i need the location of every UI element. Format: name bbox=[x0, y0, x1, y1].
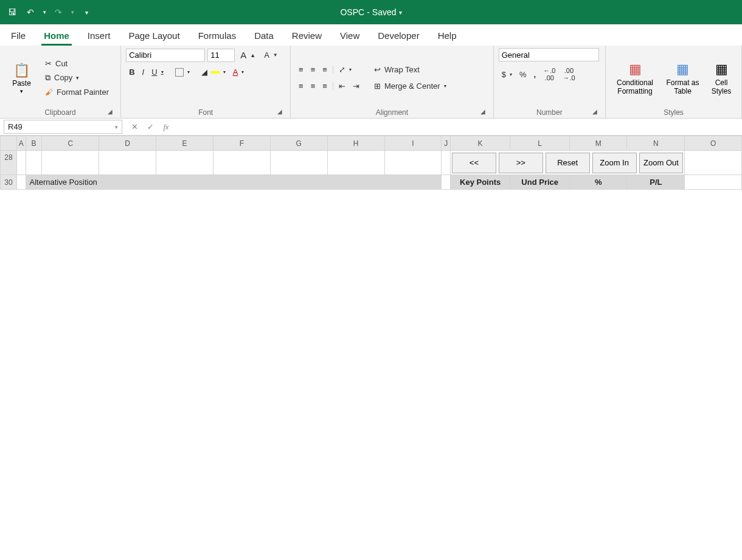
cond-format-icon: ▦ bbox=[625, 60, 645, 79]
row-header-28[interactable]: 28 bbox=[1, 151, 17, 175]
col-header-H[interactable]: H bbox=[327, 136, 384, 151]
decrease-font-button[interactable]: A▼ bbox=[261, 49, 281, 61]
row-header-30[interactable]: 30 bbox=[1, 175, 17, 190]
number-launcher[interactable]: ◢ bbox=[591, 108, 599, 117]
fill-color-button[interactable]: ◢▾ bbox=[198, 66, 229, 78]
select-all-corner[interactable] bbox=[1, 136, 17, 151]
undo-menu[interactable]: ▾ bbox=[40, 4, 49, 21]
underline-button[interactable]: U▾ bbox=[148, 66, 166, 78]
italic-button[interactable]: I bbox=[139, 66, 148, 78]
accounting-format-button[interactable]: $▾ bbox=[499, 65, 515, 83]
document-title: OSPC-Saved▾ bbox=[340, 7, 401, 17]
cancel-formula-button[interactable]: ✕ bbox=[127, 120, 142, 134]
redo-button[interactable]: ↷ bbox=[50, 4, 67, 21]
tab-developer[interactable]: Developer bbox=[375, 27, 421, 46]
align-middle-button[interactable]: ≡ bbox=[308, 63, 319, 76]
tab-file[interactable]: File bbox=[9, 27, 28, 46]
col-header-E[interactable]: E bbox=[156, 136, 213, 151]
col-header-M[interactable]: M bbox=[570, 136, 627, 151]
formula-input[interactable] bbox=[176, 119, 742, 135]
bold-button[interactable]: B bbox=[126, 66, 137, 78]
tab-home[interactable]: Home bbox=[41, 27, 72, 46]
name-box[interactable]: R49▾ bbox=[4, 120, 122, 134]
insert-function-button[interactable]: fx bbox=[159, 120, 173, 134]
tab-page-layout[interactable]: Page Layout bbox=[126, 27, 182, 46]
tab-help[interactable]: Help bbox=[435, 27, 459, 46]
alignment-group-label: Alignment◢ bbox=[296, 107, 488, 118]
clipboard-launcher[interactable]: ◢ bbox=[106, 108, 114, 117]
col-header-D[interactable]: D bbox=[99, 136, 156, 151]
tab-formulas[interactable]: Formulas bbox=[196, 27, 239, 46]
kp2-header-2: % bbox=[570, 175, 627, 190]
nav-button-1[interactable]: >> bbox=[499, 153, 543, 173]
paste-button[interactable]: 📋 Paste▾ bbox=[5, 48, 38, 107]
format-painter-button[interactable]: 🖌Format Painter bbox=[42, 86, 112, 99]
conditional-formatting-button[interactable]: ▦Conditional Formatting bbox=[611, 48, 659, 107]
align-right-button[interactable]: ≡ bbox=[319, 80, 330, 92]
wrap-text-button[interactable]: ↩Wrap Text bbox=[371, 63, 449, 76]
nav-button-2[interactable]: Reset bbox=[546, 153, 590, 173]
col-header-J[interactable]: J bbox=[442, 136, 451, 151]
quick-access-toolbar: 🖫 ↶ ▾ ↷ ▾ ▾ bbox=[4, 4, 95, 21]
align-center-button[interactable]: ≡ bbox=[308, 80, 319, 92]
number-format-combo[interactable] bbox=[499, 48, 599, 61]
decrease-decimal-button[interactable]: .00→.0 bbox=[560, 65, 578, 83]
clipboard-group-label: Clipboard◢ bbox=[5, 107, 116, 118]
tab-data[interactable]: Data bbox=[252, 27, 276, 46]
col-header-L[interactable]: L bbox=[510, 136, 570, 151]
merge-center-button[interactable]: ⊞Merge & Center▾ bbox=[371, 80, 449, 92]
nav-button-3[interactable]: Zoom In bbox=[592, 153, 637, 173]
cell-styles-button[interactable]: ▦Cell Styles bbox=[706, 48, 737, 107]
alignment-launcher[interactable]: ◢ bbox=[479, 108, 487, 117]
col-header-N[interactable]: N bbox=[627, 136, 685, 151]
decrease-indent-button[interactable]: ⇤ bbox=[336, 80, 348, 92]
increase-indent-button[interactable]: ⇥ bbox=[350, 80, 362, 92]
col-header-I[interactable]: I bbox=[384, 136, 442, 151]
scissors-icon: ✂ bbox=[45, 59, 52, 68]
percent-format-button[interactable]: % bbox=[516, 65, 530, 83]
save-button[interactable]: 🖫 bbox=[4, 4, 21, 21]
font-color-button[interactable]: A▾ bbox=[230, 66, 248, 78]
font-launcher[interactable]: ◢ bbox=[276, 108, 284, 117]
comma-format-button[interactable]: , bbox=[531, 65, 539, 83]
tab-review[interactable]: Review bbox=[290, 27, 324, 46]
nav-button-4[interactable]: Zoom Out bbox=[639, 153, 684, 173]
alternative-position-label: Alternative Position bbox=[26, 175, 442, 190]
orientation-button[interactable]: ⤢▾ bbox=[336, 63, 355, 76]
align-left-button[interactable]: ≡ bbox=[296, 80, 307, 92]
styles-group-label: Styles bbox=[611, 107, 737, 118]
increase-decimal-button[interactable]: ←.0.00 bbox=[540, 65, 558, 83]
copy-icon: ⧉ bbox=[45, 73, 50, 83]
tab-insert[interactable]: Insert bbox=[85, 27, 113, 46]
col-header-A[interactable]: A bbox=[17, 136, 26, 151]
enter-formula-button[interactable]: ✓ bbox=[143, 120, 158, 134]
font-name-combo[interactable] bbox=[126, 49, 205, 62]
copy-button[interactable]: ⧉Copy▾ bbox=[42, 71, 112, 85]
font-group-label: Font◢ bbox=[126, 107, 285, 118]
tab-view[interactable]: View bbox=[338, 27, 362, 46]
align-bottom-button[interactable]: ≡ bbox=[319, 63, 330, 76]
redo-menu[interactable]: ▾ bbox=[68, 4, 77, 21]
borders-button[interactable]: ▾ bbox=[172, 66, 193, 78]
qat-customize[interactable]: ▾ bbox=[78, 4, 95, 21]
align-top-button[interactable]: ≡ bbox=[296, 63, 307, 76]
col-header-G[interactable]: G bbox=[270, 136, 327, 151]
nav-button-0[interactable]: << bbox=[452, 153, 496, 173]
kp2-header-1: Und Price bbox=[510, 175, 570, 190]
col-header-O[interactable]: O bbox=[685, 136, 742, 151]
ribbon-tabs: File Home Insert Page Layout Formulas Da… bbox=[0, 24, 742, 46]
cut-button[interactable]: ✂Cut bbox=[42, 57, 112, 70]
increase-font-button[interactable]: A▲ bbox=[237, 48, 258, 62]
font-size-combo[interactable] bbox=[207, 49, 235, 62]
col-header-C[interactable]: C bbox=[42, 136, 99, 151]
col-header-B[interactable]: B bbox=[26, 136, 42, 151]
col-header-F[interactable]: F bbox=[213, 136, 270, 151]
table-icon: ▦ bbox=[673, 60, 693, 79]
brush-icon: 🖌 bbox=[45, 88, 53, 97]
cell-styles-icon: ▦ bbox=[712, 60, 731, 79]
col-header-K[interactable]: K bbox=[450, 136, 510, 151]
undo-button[interactable]: ↶ bbox=[22, 4, 39, 21]
worksheet[interactable]: ABCDEFGHIJKLMNO28<<>>ResetZoom InZoom Ou… bbox=[0, 136, 742, 560]
title-bar: 🖫 ↶ ▾ ↷ ▾ ▾ OSPC-Saved▾ bbox=[0, 0, 742, 24]
format-as-table-button[interactable]: ▦Format as Table bbox=[663, 48, 702, 107]
